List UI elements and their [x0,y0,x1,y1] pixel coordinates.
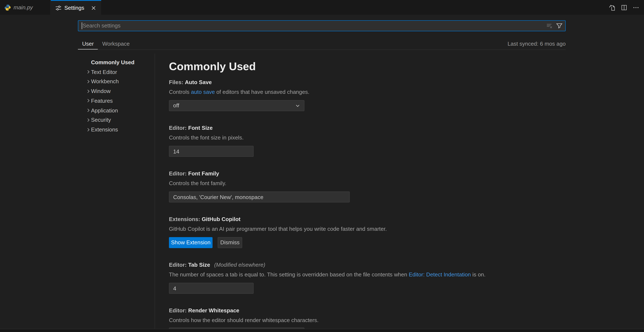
chevron-right-icon [86,68,91,75]
modified-elsewhere-hint: (Modified elsewhere) [214,262,265,268]
vscode-settings-window: main.py Settings [0,0,644,332]
chevron-right-icon [86,97,91,104]
setting-editor-font-size: Editor: Font Size Controls the font size… [169,124,566,157]
last-synced-label: Last synced: 6 mos ago [508,38,566,49]
show-extension-button[interactable]: Show Extension [169,237,212,248]
detect-indentation-link[interactable]: Editor: Detect Indentation [409,271,471,278]
setting-description: Controls the font family. [169,180,566,187]
font-family-input[interactable] [169,191,350,202]
toc-item-workbench[interactable]: Workbench [80,77,152,86]
tab-settings[interactable]: Settings [51,0,101,15]
close-tab-icon[interactable] [90,4,97,11]
setting-extensions-github-copilot: Extensions: GitHub Copilot GitHub Copilo… [169,216,566,248]
split-editor-icon[interactable] [621,4,628,11]
setting-label: Editor: Tab Size (Modified elsewhere) [169,261,566,269]
toc-item-application[interactable]: Application [80,106,152,115]
search-placeholder: Search settings [82,21,120,31]
toc-item-security[interactable]: Security [80,115,152,125]
settings-body: Commonly Used Files: Auto Save Controls … [169,60,566,332]
toc-item-commonly-used[interactable]: Commonly Used [80,57,152,67]
section-heading: Commonly Used [169,60,566,73]
chevron-right-icon [86,88,91,94]
setting-description: Controls auto save of editors that have … [169,88,566,96]
setting-label: Editor: Render Whitespace [169,307,566,315]
editor-tab-bar: main.py Settings [0,0,644,15]
text-caret [82,22,82,29]
dismiss-button[interactable]: Dismiss [218,237,242,248]
more-actions-icon[interactable] [632,4,639,11]
settings-scope-tabs: User Workspace [78,38,134,49]
scope-tab-user[interactable]: User [78,38,98,49]
font-size-input[interactable] [169,146,254,157]
settings-toc: Commonly Used Text Editor Workbench Wind… [80,57,152,134]
setting-description: GitHub Copilot is an AI pair programmer … [169,225,566,233]
auto-save-select[interactable]: off [169,100,304,111]
chevron-right-icon [86,126,91,133]
open-settings-json-icon[interactable] [609,4,616,11]
toc-item-features[interactable]: Features [80,96,152,106]
tab-size-input[interactable] [169,283,254,294]
setting-description: Controls how the editor should render wh… [169,317,566,324]
auto-save-link[interactable]: auto save [191,89,215,95]
header-divider [78,49,566,50]
tab-main-py[interactable]: main.py [0,0,51,15]
chevron-right-icon [86,78,91,85]
clear-settings-search-icon[interactable] [546,22,553,29]
setting-editor-font-family: Editor: Font Family Controls the font fa… [169,170,566,202]
tab-label: main.py [14,4,33,10]
setting-description: Controls the font size in pixels. [169,134,566,142]
toc-sash[interactable] [154,54,155,329]
setting-editor-tab-size: Editor: Tab Size (Modified elsewhere) Th… [169,261,566,294]
chevron-right-icon [86,107,91,114]
settings-search-input[interactable]: Search settings [78,20,566,31]
setting-label: Editor: Font Family [169,170,566,177]
setting-label: Files: Auto Save [169,79,566,86]
setting-editor-render-whitespace: Editor: Render Whitespace Controls how t… [169,307,566,332]
setting-label: Extensions: GitHub Copilot [169,216,566,223]
python-file-icon [4,4,11,11]
status-bar-edge [0,329,644,332]
setting-files-auto-save: Files: Auto Save Controls auto save of e… [169,79,566,111]
chevron-down-icon [294,102,301,109]
tab-label: Settings [64,5,84,11]
scope-tab-workspace[interactable]: Workspace [98,38,134,49]
chevron-right-icon [86,117,91,123]
toc-item-text-editor[interactable]: Text Editor [80,67,152,77]
setting-description: The number of spaces a tab is equal to. … [169,271,566,279]
settings-sliders-icon [55,4,62,11]
toc-item-window[interactable]: Window [80,86,152,96]
setting-label: Editor: Font Size [169,124,566,132]
filter-settings-icon[interactable] [556,22,563,29]
editor-actions [609,0,644,15]
toc-item-extensions[interactable]: Extensions [80,125,152,135]
